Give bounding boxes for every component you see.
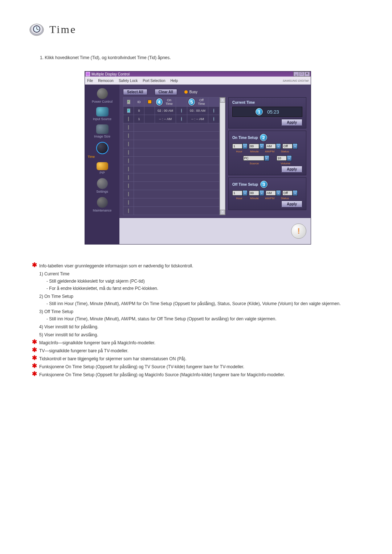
time-header-icon <box>29 22 44 37</box>
note-text: - Still inn Hour (Time), Minute (Minutt)… <box>52 300 367 307</box>
star-icon: ✱ <box>32 356 37 361</box>
on-status-input[interactable] <box>282 144 293 149</box>
header-checkbox-icon[interactable] <box>127 100 130 104</box>
apply-button[interactable]: Apply <box>281 166 302 173</box>
intro-text: 1. Klikk hovedikonet Time (Tid), og kont… <box>40 55 367 60</box>
current-time-value: 05:23 <box>267 109 279 115</box>
star-icon: ✱ <box>32 364 37 369</box>
menubar: File Remocon Safety Lock Port Selection … <box>85 77 311 85</box>
on-ampm-input[interactable] <box>266 144 276 149</box>
table-row <box>123 198 220 207</box>
table-row <box>123 173 220 182</box>
sidebar-item-image-size[interactable]: Image Size <box>88 124 117 138</box>
note-text: Tidskontroll er bare tilgjengelig for sk… <box>39 356 187 362</box>
sidebar: Power Control Input Source Image Size Ti… <box>85 85 119 244</box>
busy-indicator: Busy <box>184 90 197 94</box>
panel-title-label: On Time Setup <box>232 136 258 140</box>
panel-off-time-setup: Off Time Setup 3 v v v v Hour Minute <box>228 177 306 210</box>
menu-port-selection[interactable]: Port Selection <box>143 79 165 83</box>
dropdown-icon[interactable]: v <box>276 190 281 196</box>
dropdown-icon[interactable]: v <box>293 143 298 149</box>
menu-file[interactable]: File <box>87 79 93 83</box>
note-text: 2) On Time Setup <box>39 293 367 300</box>
sidebar-item-maintenance[interactable]: Maintenance <box>88 197 117 212</box>
table-row[interactable]: 0 02 : 00 AM 03 : 00 AM <box>123 107 220 115</box>
warning-icon: ! <box>291 223 306 239</box>
on-volume-input[interactable] <box>277 156 287 161</box>
col-status[interactable] <box>144 98 155 107</box>
apply-button[interactable]: Apply <box>281 119 302 126</box>
scroll-up-icon[interactable]: ▴ <box>220 98 225 103</box>
table-row <box>123 207 220 215</box>
table-row <box>123 140 220 148</box>
menu-help[interactable]: Help <box>170 79 178 83</box>
on-minute-input[interactable] <box>249 144 259 149</box>
off-minute-input[interactable] <box>249 190 259 196</box>
menu-safety-lock[interactable]: Safety Lock <box>119 79 138 83</box>
table-scrollbar[interactable]: ▴ ▾ <box>220 97 225 215</box>
row-checkbox[interactable] <box>128 117 129 121</box>
scroll-down-icon[interactable]: ▾ <box>220 210 225 215</box>
menu-remocon[interactable]: Remocon <box>98 79 114 83</box>
apply-button[interactable]: Apply <box>281 201 302 208</box>
close-button[interactable]: ✕ <box>304 71 310 77</box>
note-text: - Still gjeldende klokkeslett for valgt … <box>52 278 367 284</box>
image-size-icon <box>96 124 109 134</box>
minimize-button[interactable]: ‗ <box>293 71 299 77</box>
col-off-time[interactable]: 5 Off Time <box>187 98 208 107</box>
row-checkbox[interactable] <box>127 108 130 113</box>
table-row <box>123 157 220 165</box>
dropdown-icon[interactable]: v <box>293 190 298 196</box>
dropdown-icon[interactable]: v <box>242 143 248 149</box>
note-text: Info-tabellen viser grunnleggende inform… <box>39 263 193 269</box>
note-text: TV—signalkilde fungerer bare på TV-model… <box>39 348 128 354</box>
col-on-time[interactable]: 4 On Time <box>155 98 176 107</box>
window-title: Multiple Display Control <box>91 72 130 76</box>
dropdown-icon[interactable]: v <box>287 155 292 161</box>
star-icon: ✱ <box>32 340 37 345</box>
dropdown-icon[interactable]: v <box>264 155 269 161</box>
on-hour-input[interactable] <box>232 144 242 149</box>
off-ampm-input[interactable] <box>266 190 276 196</box>
table-row <box>123 123 220 132</box>
titlebar: Multiple Display Control ‗ □ ✕ <box>85 71 311 77</box>
app-icon <box>86 72 90 76</box>
off-status-input[interactable] <box>282 190 293 196</box>
input-source-icon <box>96 107 109 116</box>
dropdown-icon[interactable]: v <box>242 190 248 196</box>
star-icon: ✱ <box>32 372 37 377</box>
table-row <box>123 190 220 198</box>
star-icon: ✱ <box>32 348 37 353</box>
pip-icon <box>97 162 108 170</box>
app-screenshot: Multiple Display Control ‗ □ ✕ File Remo… <box>85 71 311 245</box>
callout-5: 5 <box>188 98 195 106</box>
col-id[interactable]: ID <box>134 98 144 107</box>
sidebar-item-time[interactable]: Time <box>88 142 117 159</box>
sidebar-item-pip[interactable]: PIP <box>88 162 117 175</box>
callout-1: 1 <box>256 108 263 115</box>
note-text: Funksjonene On Time Setup (Oppsett for p… <box>39 372 285 378</box>
off-indicator-icon <box>213 108 214 113</box>
on-indicator-icon <box>181 108 182 113</box>
callout-2: 2 <box>260 134 267 141</box>
table-row[interactable]: 1 -- : -- AM -- : -- AM <box>123 115 220 123</box>
off-hour-input[interactable] <box>232 190 242 196</box>
note-text: 5) Viser innstilt tid for avslåing. <box>39 332 367 338</box>
note-text: 4) Viser innstilt tid for påslåing. <box>39 324 367 330</box>
sidebar-item-input[interactable]: Input Source <box>88 107 117 121</box>
info-table: ID 4 On Time <box>123 97 220 215</box>
select-all-button[interactable]: Select All <box>123 89 147 95</box>
dropdown-icon[interactable]: v <box>276 143 281 149</box>
app-footer: ! <box>119 218 311 244</box>
dropdown-icon[interactable]: v <box>259 143 264 149</box>
on-source-input[interactable] <box>243 156 264 161</box>
panel-on-time-setup: On Time Setup 2 v v v v Hour Minute <box>228 131 306 175</box>
sidebar-item-settings[interactable]: Settings <box>88 178 117 193</box>
table-row <box>123 165 220 173</box>
off-indicator-icon <box>213 117 214 121</box>
time-icon <box>96 142 109 154</box>
clear-all-button[interactable]: Clear All <box>155 89 177 95</box>
dropdown-icon[interactable]: v <box>259 190 264 196</box>
maximize-button[interactable]: □ <box>299 71 305 77</box>
sidebar-item-power[interactable]: Power Control <box>88 88 117 103</box>
